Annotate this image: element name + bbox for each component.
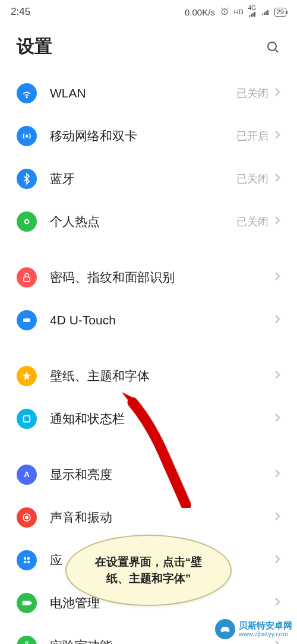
chevron-right-icon [274,272,280,283]
row-4d-utouch[interactable]: 4D U-Touch [0,299,297,342]
settings-group-device: 密码、指纹和面部识别 4D U-Touch [0,256,297,342]
annotation-text: 在设置界面，点击“壁纸、主题和字体” [84,554,213,588]
svg-rect-6 [24,416,30,422]
status-bar: 2:45 0.00K/s HD 4G 29 [0,0,297,24]
hd-indicator: HD [234,8,244,15]
notification-icon [17,409,37,429]
alarm-icon [220,7,229,18]
lab-icon [17,636,37,644]
row-label: 通知和状态栏 [50,411,274,427]
touch-icon [17,310,37,330]
row-label: 移动网络和双卡 [50,128,236,144]
apps-icon [17,550,37,570]
row-mobile-network[interactable]: 移动网络和双卡 已开启 [0,115,297,157]
chevron-right-icon [274,370,280,382]
page-title: 设置 [17,34,52,59]
svg-point-13 [27,561,30,564]
row-status: 已关闭 [236,214,268,229]
hotspot-icon [17,211,37,232]
row-status: 已开启 [236,129,268,143]
svg-rect-14 [23,601,30,605]
battery-indicator: 29 [274,8,286,17]
chevron-right-icon [274,87,280,99]
row-label: 声音和振动 [50,509,274,526]
svg-point-11 [27,557,30,560]
svg-rect-5 [23,318,30,322]
page-header: 设置 [0,24,297,72]
row-sound[interactable]: 声音和振动 [0,496,297,539]
row-notifications[interactable]: 通知和状态栏 [0,397,297,440]
chevron-right-icon [274,173,280,185]
row-theme[interactable]: 壁纸、主题和字体 [0,355,297,397]
watermark-url: www.zjbstyy.com [239,630,292,637]
svg-point-10 [24,557,27,560]
watermark-logo-icon [215,619,235,639]
row-bluetooth[interactable]: 蓝牙 已关闭 [0,157,297,200]
row-label: 蓝牙 [50,171,236,187]
signal-4g: 4G [248,5,257,18]
row-display[interactable]: A 显示和亮度 [0,453,297,496]
search-icon [266,40,280,54]
net-speed: 0.00K/s [185,7,215,17]
chevron-right-icon [274,512,280,523]
svg-point-3 [26,135,27,137]
svg-text:A: A [24,470,30,479]
lock-icon [17,267,37,288]
wifi-icon [17,83,37,103]
chevron-right-icon [274,640,280,644]
settings-group-personalize: 壁纸、主题和字体 通知和状态栏 [0,355,297,440]
svg-rect-4 [24,277,30,282]
row-label: 密码、指纹和面部识别 [50,269,274,286]
status-time: 2:45 [11,6,30,18]
chevron-right-icon [274,216,280,228]
row-label: 显示和亮度 [50,466,274,483]
watermark-name: 贝斯特安卓网 [239,621,292,631]
svg-point-2 [26,97,27,98]
row-status: 已关闭 [236,86,268,100]
search-button[interactable] [265,39,280,55]
watermark: 贝斯特安卓网 www.zjbstyy.com [215,619,292,639]
star-icon [17,366,37,386]
chevron-right-icon [274,314,280,326]
svg-rect-15 [30,602,31,604]
row-label: 壁纸、主题和字体 [50,368,274,384]
battery-icon [17,593,37,613]
row-security[interactable]: 密码、指纹和面部识别 [0,256,297,299]
chevron-right-icon [274,130,280,142]
status-right: 0.00K/s HD 4G 29 [185,5,286,18]
sound-icon [17,507,37,528]
bluetooth-icon [17,169,37,189]
svg-point-12 [24,561,27,564]
chevron-right-icon [274,413,280,425]
display-icon: A [17,465,37,485]
chevron-right-icon [274,554,280,566]
antenna-icon [17,126,37,146]
annotation-bubble: 在设置界面，点击“壁纸、主题和字体” [65,535,232,606]
settings-group-network: WLAN 已关闭 移动网络和双卡 已开启 蓝牙 已关闭 个人热点 已关闭 [0,72,297,243]
row-label: 个人热点 [50,213,236,230]
svg-point-9 [26,516,29,519]
row-label: 4D U-Touch [50,313,274,327]
chevron-right-icon [274,469,280,481]
row-status: 已关闭 [236,172,268,186]
row-label: WLAN [50,86,236,100]
row-wlan[interactable]: WLAN 已关闭 [0,72,297,115]
row-hotspot[interactable]: 个人热点 已关闭 [0,200,297,243]
chevron-right-icon [274,597,280,609]
svg-point-1 [268,42,276,50]
signal-icon-2 [261,7,270,17]
